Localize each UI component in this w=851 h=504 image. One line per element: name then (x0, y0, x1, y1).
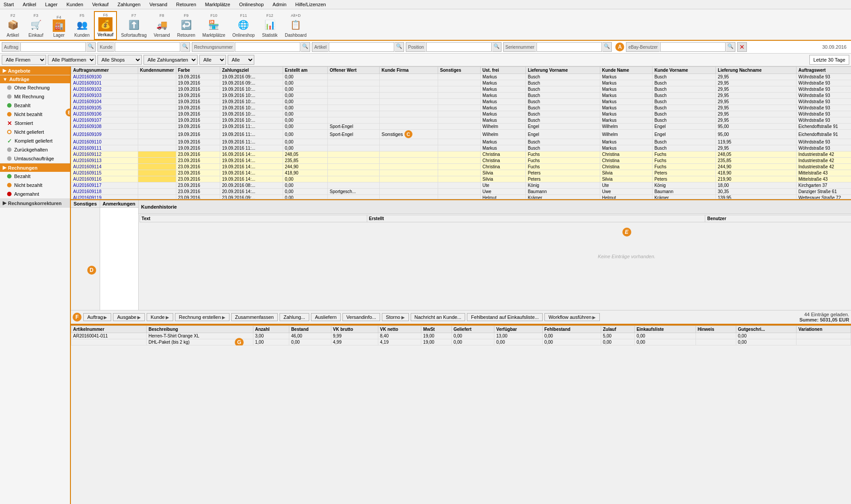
art-col-verfuegbar[interactable]: Verfügbar (494, 326, 542, 333)
sidebar-item-storniert[interactable]: ✕ Storniert (0, 119, 70, 128)
artikel-input[interactable] (329, 42, 394, 52)
sidebar-header-auftraege[interactable]: ▼ Aufträge (0, 75, 70, 83)
menu-lager[interactable]: Lager (43, 1, 59, 8)
sidebar-item-zurueckgehalten[interactable]: Zurückgehalten (0, 145, 70, 154)
position-search-icon[interactable]: 🔍 (492, 42, 501, 52)
table-row[interactable]: AU201609104 19.09.2016 19.09.2016 10:...… (71, 99, 851, 105)
table-row[interactable]: AU201609103 19.09.2016 19.09.2016 10:...… (71, 93, 851, 99)
ebay-input[interactable] (660, 42, 726, 52)
table-row[interactable]: AU201609115 23.09.2016 19.09.2016 14:...… (71, 170, 851, 176)
date-range-button[interactable]: Letzte 30 Tage (809, 55, 849, 65)
col-wert[interactable]: Auftragswert (797, 67, 851, 74)
sidebar-header-angebote[interactable]: ▶ Angebote (0, 66, 70, 75)
menu-admin[interactable]: Admin (271, 1, 288, 8)
action-storno[interactable]: Storno▶ (382, 313, 408, 321)
action-versandinfo[interactable]: Versandinfo... (342, 313, 380, 321)
filter-plattformen[interactable]: Alle Plattformen (48, 55, 96, 65)
auftrag-input[interactable] (20, 42, 86, 52)
table-row[interactable]: AU201609108 19.09.2016 19.09.2016 11:...… (71, 124, 851, 130)
toolbar-lager[interactable]: F4 🏭 Lager (48, 11, 70, 40)
art-col-mwst[interactable]: MwSt (421, 326, 451, 333)
art-col-var[interactable]: Variationen (797, 326, 851, 333)
rechnungsnummer-input[interactable] (235, 42, 300, 52)
sidebar-header-rechnungskorrekturen[interactable]: ▶ Rechnungskorrekturen (0, 199, 70, 207)
toolbar-artikel[interactable]: F2 📦 Artikel (2, 11, 24, 40)
filter-alle1[interactable]: Alle (199, 55, 226, 65)
sidebar-item-komplett-geliefert[interactable]: ✓ Komplett geliefert (0, 136, 70, 145)
table-row[interactable]: AU201609107 19.09.2016 19.09.2016 10:...… (71, 117, 851, 124)
position-input[interactable] (426, 42, 492, 52)
toolbar-retouren[interactable]: F9 ↩️ Retouren (174, 11, 198, 40)
anmerkungen-textarea[interactable] (100, 208, 138, 310)
art-col-gutschr[interactable]: Gutgeschri... (736, 326, 797, 333)
table-row[interactable]: AU201609110 19.09.2016 19.09.2016 11:...… (71, 139, 851, 145)
toolbar-versand[interactable]: F8 🚚 Versand (151, 11, 173, 40)
art-col-fehlbestand[interactable]: Fehlbestand (542, 326, 601, 333)
col-sonstiges[interactable]: Sonstiges (438, 67, 481, 74)
table-row[interactable]: AU201609118 23.09.2016 20.09.2016 14:...… (71, 189, 851, 195)
menu-artikel[interactable]: Artikel (21, 1, 38, 8)
sidebar-item-rechnungen-nicht-bezahlt[interactable]: Nicht bezahlt (0, 181, 70, 190)
action-zusammenfassen[interactable]: Zusammenfassen (231, 313, 278, 321)
toolbar-verkauf[interactable]: F6 💰 Verkauf (94, 11, 117, 40)
action-zahlung[interactable]: Zahlung... (280, 313, 309, 321)
sidebar-item-mit-rechnung[interactable]: Mit Rechnung (0, 92, 70, 101)
toolbar-kunden[interactable]: F5 👥 Kunden (71, 11, 93, 40)
table-row[interactable]: AU201609109 19.09.2016 19.09.2016 11:...… (71, 130, 851, 139)
menu-hilfe[interactable]: Hilfe/Lizenzen (294, 1, 328, 8)
col-zahlziel[interactable]: Zahlungsziel (220, 67, 283, 74)
art-col-vk-brutto[interactable]: VK brutto (331, 326, 378, 333)
art-col-geliefert[interactable]: Geliefert (451, 326, 494, 333)
col-firma[interactable]: Kunde Firma (380, 67, 438, 74)
toolbar-sofortauftrag[interactable]: F7 ⬆️ Sofortauftrag (118, 11, 150, 40)
sidebar-item-nicht-geliefert[interactable]: Nicht geliefert (0, 128, 70, 136)
col-offen[interactable]: Offener Wert (328, 67, 380, 74)
artikel-search-icon[interactable]: 🔍 (395, 42, 404, 52)
menu-versand[interactable]: Versand (148, 1, 169, 8)
menu-zahlungen[interactable]: Zahlungen (116, 1, 142, 8)
action-ausliefern[interactable]: Ausliefern (311, 313, 341, 321)
menu-verkauf[interactable]: Verkauf (90, 1, 110, 8)
action-workflow[interactable]: Workflow ausführen▶ (544, 313, 600, 321)
art-col-vk-netto[interactable]: VK netto (378, 326, 421, 333)
sidebar-item-bezahlt[interactable]: Bezahlt (0, 101, 70, 110)
table-row[interactable]: AU201609105 19.09.2016 19.09.2016 10:...… (71, 105, 851, 111)
filter-firmen[interactable]: Alle Firmen (2, 55, 46, 65)
table-row[interactable]: AU201609106 19.09.2016 19.09.2016 10:...… (71, 111, 851, 117)
toolbar-onlineshop[interactable]: F11 🌐 Onlineshop (229, 11, 258, 40)
table-row[interactable]: AU201609119 23.09.2016 23.09.2016 09:...… (71, 195, 851, 200)
sidebar-item-ohne-rechnung[interactable]: Ohne Rechnung (0, 83, 70, 92)
col-kd-vn[interactable]: Kunde Vorname (653, 67, 716, 74)
col-erstellt[interactable]: Erstellt am (283, 67, 327, 74)
col-lief-nn[interactable]: Lieferung Nachname (716, 67, 797, 74)
list-item[interactable]: DHL-Paket (bis 2 kg) 1,00 0,00 4,99 4,19… (71, 339, 851, 345)
menu-kunden[interactable]: Kunden (65, 1, 85, 8)
seriennummer-search-icon[interactable]: 🔍 (602, 42, 612, 52)
menu-start[interactable]: Start (2, 1, 16, 8)
rechnungsnummer-search-icon[interactable]: 🔍 (301, 42, 310, 52)
art-col-zulauf[interactable]: Zulauf (601, 326, 634, 333)
art-col-hinweis[interactable]: Hinweis (696, 326, 736, 333)
filter-alle2[interactable]: Alle (228, 55, 254, 65)
action-kunde[interactable]: Kunde▶ (147, 313, 173, 321)
col-lief-vn[interactable]: Lieferung Vorname (526, 67, 600, 74)
table-row[interactable]: AU201609112 23.09.2016 16.09.2016 14:...… (71, 151, 851, 158)
seriennummer-input[interactable] (536, 42, 602, 52)
toolbar-dashboard[interactable]: Alt+D 📋 Dashboard (282, 11, 310, 40)
art-col-beschr[interactable]: Beschreibung (147, 326, 253, 333)
art-col-anzahl[interactable]: Anzahl (253, 326, 289, 333)
clear-search-button[interactable]: ✕ (737, 42, 747, 52)
list-item[interactable]: AR20160041-011 Herren-T-Shirt Orange XL … (71, 333, 851, 339)
sidebar-item-angemahnt[interactable]: Angemahnt (0, 190, 70, 198)
menu-marktplaetze[interactable]: Marktplätze (203, 1, 232, 8)
action-rechnung-erstellen[interactable]: Rechnung erstellen▶ (175, 313, 229, 321)
ebay-search-icon[interactable]: 🔍 (726, 42, 735, 52)
kunde-input[interactable] (115, 42, 180, 52)
action-auftrag[interactable]: Auftrag▶ (83, 313, 111, 321)
toolbar-statistik[interactable]: F12 📊 Statistik (259, 11, 281, 40)
sidebar-header-rechnungen[interactable]: ▶ Rechnungen (0, 163, 70, 172)
action-nachricht[interactable]: Nachricht an Kunde... (411, 313, 466, 321)
table-row[interactable]: AU201609100 19.09.2016 19.09.2016 09:...… (71, 74, 851, 80)
sidebar-item-umtauschauftraege[interactable]: Umtauschaufträge (0, 154, 70, 163)
table-row[interactable]: AU201609111 19.09.2016 19.09.2016 11:...… (71, 145, 851, 151)
